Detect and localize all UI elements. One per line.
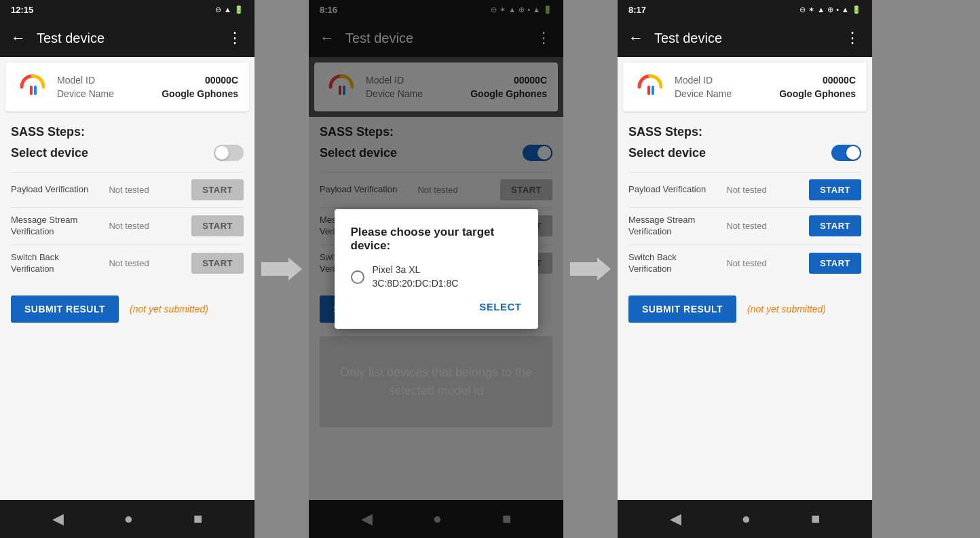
dialog-overlay[interactable]: Please choose your target device: Pixel …	[309, 0, 563, 538]
device-name-row: Device Name Google Gphones	[675, 87, 856, 101]
nav-recent-icon[interactable]: ■	[193, 510, 202, 528]
step-name-0: Payload Verification	[11, 184, 103, 196]
step-status-0: Not tested	[109, 185, 186, 195]
radio-button-0[interactable]	[351, 270, 364, 284]
nav-back-icon[interactable]: ◀	[52, 510, 64, 528]
start-button-1[interactable]: START	[191, 215, 244, 236]
dialog-title: Please choose your target device:	[351, 226, 522, 253]
more-options-icon[interactable]: ⋮	[845, 29, 861, 47]
svg-marker-2	[261, 257, 302, 281]
select-device-row: Select device	[11, 145, 244, 161]
select-device-label: Select device	[628, 146, 706, 160]
start-button-0[interactable]: START	[191, 179, 244, 200]
status-icons: ⊖▲🔋	[215, 5, 244, 14]
sass-steps-title: SASS Steps:	[628, 125, 861, 139]
start-button-2[interactable]: START	[191, 253, 244, 274]
screen-title: Test device	[654, 31, 834, 46]
back-icon[interactable]: ←	[628, 29, 643, 47]
status-bar: 12:15 ⊖▲🔋	[0, 0, 255, 19]
step-name-2: Switch Back Verification	[11, 252, 103, 275]
step-name-0: Payload Verification	[628, 184, 721, 196]
dialog-option-0[interactable]: Pixel 3a XL 3C:8D:20:DC:D1:8C	[351, 264, 522, 290]
step-row-0: Payload Verification Not tested START	[11, 172, 244, 207]
content-area: SASS Steps: Select device Payload Verifi…	[0, 117, 255, 500]
select-device-toggle[interactable]	[831, 145, 861, 161]
arrow-1	[255, 0, 309, 538]
step-status-0: Not tested	[726, 185, 804, 195]
model-id-row: Model ID 00000C	[57, 73, 238, 87]
device-card: Model ID 00000C Device Name Google Gphon…	[5, 62, 249, 111]
option-device-name-0: Pixel 3a XL	[373, 264, 459, 277]
step-name-1: Message Stream Verification	[11, 215, 103, 238]
sass-steps-title: SASS Steps:	[11, 125, 244, 139]
device-logo	[634, 71, 666, 103]
device-name-row: Device Name Google Gphones	[57, 87, 238, 101]
back-icon[interactable]: ←	[11, 29, 26, 47]
status-icon: ⊖	[215, 5, 221, 14]
nav-bar: ◀ ● ■	[618, 500, 872, 538]
choose-device-dialog: Please choose your target device: Pixel …	[335, 209, 538, 329]
phone-3: 8:17 ⊖✶▲⊕•▲🔋 ← Test device ⋮ Model ID 00…	[618, 0, 872, 538]
device-card: Model ID 00000C Device Name Google Gphon…	[623, 62, 867, 111]
phone-2: 8:16 ⊖✶▲⊕•▲🔋 ← Test device ⋮ Model ID 00…	[309, 0, 563, 538]
svg-rect-1	[34, 86, 37, 95]
nav-recent-icon[interactable]: ■	[811, 510, 820, 528]
step-status-2: Not tested	[726, 258, 804, 268]
toggle-knob	[215, 146, 229, 160]
option-device-mac-0: 3C:8D:20:DC:D1:8C	[373, 277, 459, 291]
status-icon: ▲	[817, 5, 825, 14]
model-id-label: Model ID	[675, 75, 713, 86]
toggle-knob	[846, 146, 860, 160]
status-icon: 🔋	[234, 5, 244, 14]
status-icon: ⊕	[827, 5, 833, 14]
start-button-0[interactable]: START	[809, 179, 861, 200]
status-icon: ⊖	[799, 5, 806, 14]
model-id-value: 00000C	[205, 75, 238, 86]
nav-back-icon[interactable]: ◀	[670, 510, 681, 528]
status-bar: 8:17 ⊖✶▲⊕•▲🔋	[618, 0, 872, 19]
device-name-value: Google Gphones	[162, 88, 238, 99]
top-bar: ← Test device ⋮	[0, 19, 255, 57]
start-button-2[interactable]: START	[809, 253, 861, 274]
nav-home-icon[interactable]: ●	[742, 510, 751, 528]
device-logo	[16, 71, 49, 103]
step-row-2: Switch Back Verification Not tested STAR…	[628, 245, 861, 282]
select-device-row: Select device	[628, 145, 861, 161]
status-icon: ▲	[842, 5, 849, 14]
status-time: 8:17	[628, 5, 646, 15]
step-status-2: Not tested	[109, 258, 186, 268]
svg-rect-0	[30, 86, 33, 95]
step-row-2: Switch Back Verification Not tested STAR…	[11, 245, 244, 282]
device-info: Model ID 00000C Device Name Google Gphon…	[57, 73, 238, 101]
select-device-toggle[interactable]	[214, 145, 244, 161]
device-name-value: Google Gphones	[779, 88, 856, 99]
svg-rect-7	[652, 86, 654, 95]
not-submitted-label: (not yet submitted)	[130, 304, 208, 315]
dialog-actions: SELECT	[351, 301, 522, 312]
status-icon: 🔋	[852, 5, 861, 14]
phone-1: 12:15 ⊖▲🔋 ← Test device ⋮ Model ID 00000…	[0, 0, 255, 538]
device-info: Model ID 00000C Device Name Google Gphon…	[675, 73, 856, 101]
screen-title: Test device	[37, 31, 216, 46]
status-icon: ✶	[808, 5, 814, 14]
step-name-1: Message Stream Verification	[628, 215, 721, 238]
status-icons: ⊖✶▲⊕•▲🔋	[799, 5, 861, 14]
select-device-label: Select device	[11, 146, 88, 160]
submit-result-button[interactable]: SUBMIT RESULT	[11, 295, 119, 323]
step-status-1: Not tested	[726, 221, 804, 231]
content-area: SASS Steps: Select device Payload Verifi…	[618, 117, 872, 500]
dialog-option-text-0: Pixel 3a XL 3C:8D:20:DC:D1:8C	[373, 264, 459, 290]
step-status-1: Not tested	[109, 221, 186, 231]
dialog-select-button[interactable]: SELECT	[479, 301, 521, 312]
submit-result-button[interactable]: SUBMIT RESULT	[628, 295, 736, 323]
nav-home-icon[interactable]: ●	[124, 510, 133, 528]
step-row-1: Message Stream Verification Not tested S…	[628, 207, 861, 245]
more-options-icon[interactable]: ⋮	[227, 29, 244, 47]
status-time: 12:15	[11, 5, 33, 15]
arrow-2	[563, 0, 618, 538]
step-name-2: Switch Back Verification	[628, 252, 721, 275]
submit-row: SUBMIT RESULT (not yet submitted)	[11, 295, 244, 323]
step-row-0: Payload Verification Not tested START	[628, 172, 861, 207]
start-button-1[interactable]: START	[809, 215, 861, 236]
status-icon: •	[836, 5, 839, 14]
